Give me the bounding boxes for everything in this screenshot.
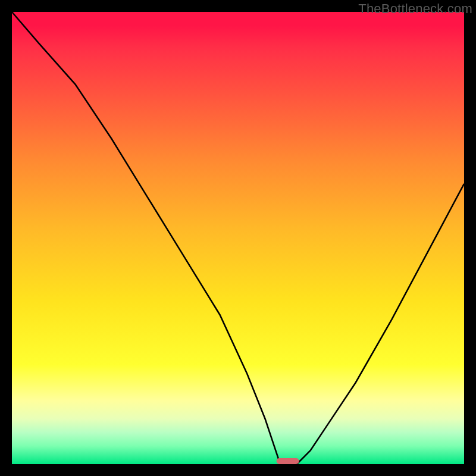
- ideal-zone-marker: [277, 458, 299, 464]
- chart-frame: TheBottleneck.com: [0, 0, 476, 476]
- bottleneck-curve: [12, 12, 464, 464]
- curve-path: [12, 12, 464, 464]
